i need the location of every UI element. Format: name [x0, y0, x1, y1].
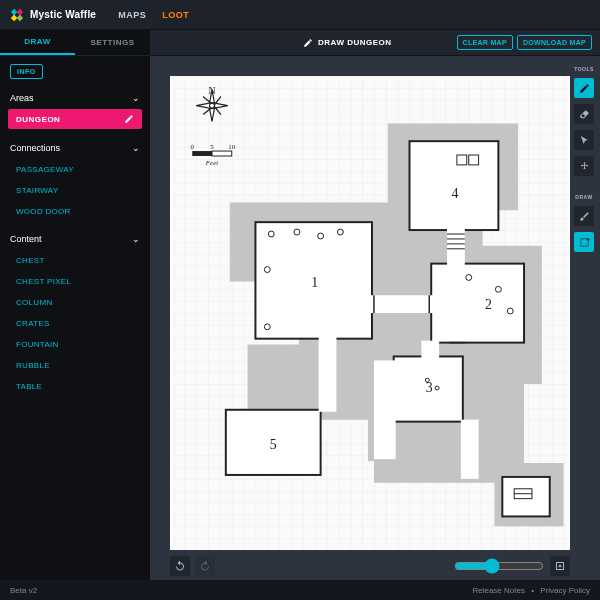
item-passageway[interactable]: PASSAGEWAY	[6, 159, 144, 180]
sidebar: DRAW SETTINGS INFO Areas ⌄ DUNGEON Conne…	[0, 30, 150, 580]
nav-loot[interactable]: LOOT	[154, 0, 197, 30]
canvas-body: 1 2 3 4 5 N	[150, 56, 600, 580]
room-label-1: 1	[311, 275, 318, 290]
canvas-area: DRAW DUNGEON CLEAR MAP DOWNLOAD MAP	[150, 30, 600, 580]
areas-title: Areas	[10, 93, 34, 103]
svg-text:10: 10	[228, 143, 235, 150]
item-crates[interactable]: CRATES	[6, 313, 144, 334]
item-column[interactable]: COLUMN	[6, 292, 144, 313]
bottom-bar	[170, 556, 570, 576]
svg-rect-1	[17, 8, 24, 15]
mode-label: DRAW DUNGEON	[318, 38, 392, 47]
footer: Beta v2 Release Notes • Privacy Policy	[0, 580, 600, 600]
svg-rect-17	[319, 337, 337, 412]
tab-settings[interactable]: SETTINGS	[75, 30, 150, 55]
fit-icon	[554, 560, 566, 572]
svg-rect-54	[580, 238, 587, 245]
svg-rect-0	[11, 8, 18, 15]
chevron-down-icon: ⌄	[132, 143, 140, 153]
area-dungeon-active[interactable]: DUNGEON	[8, 109, 142, 129]
tab-draw[interactable]: DRAW	[0, 30, 75, 55]
item-wood-door[interactable]: WOOD DOOR	[6, 201, 144, 222]
svg-rect-10	[431, 264, 524, 343]
tool-brush[interactable]	[574, 206, 594, 226]
app-name: Mystic Waffle	[30, 9, 96, 20]
brush-icon	[579, 211, 590, 222]
svg-rect-19	[461, 420, 479, 479]
zoom-slider[interactable]	[454, 558, 544, 574]
draw-label: DRAW	[574, 194, 594, 200]
cursor-icon	[579, 135, 590, 146]
content-items: CHEST CHEST PIXEL COLUMN CRATES FOUNTAIN…	[0, 250, 150, 403]
item-table[interactable]: TABLE	[6, 376, 144, 397]
room-label-4: 4	[451, 186, 458, 201]
svg-text:Feet: Feet	[205, 159, 219, 166]
redo-icon	[199, 560, 211, 572]
connections-title: Connections	[10, 143, 60, 153]
download-map-button[interactable]: DOWNLOAD MAP	[517, 35, 592, 50]
svg-text:0: 0	[191, 143, 195, 150]
tool-eraser[interactable]	[574, 104, 594, 124]
svg-rect-16	[421, 341, 439, 359]
content-title: Content	[10, 234, 42, 244]
svg-rect-18	[374, 360, 396, 459]
chevron-down-icon: ⌄	[132, 93, 140, 103]
svg-rect-2	[11, 14, 18, 21]
svg-text:5: 5	[210, 143, 214, 150]
zoom-control	[454, 556, 570, 576]
room-label-3: 3	[426, 380, 433, 395]
svg-rect-48	[192, 151, 212, 156]
rect-dashed-icon	[579, 237, 590, 248]
item-stairway[interactable]: STAIRWAY	[6, 180, 144, 201]
area-dungeon-label: DUNGEON	[16, 115, 60, 124]
svg-rect-49	[212, 151, 232, 156]
room-label-2: 2	[485, 297, 492, 312]
svg-rect-3	[17, 14, 24, 21]
tools-label: TOOLS	[574, 66, 594, 72]
section-content[interactable]: Content ⌄	[0, 228, 150, 250]
nav-maps[interactable]: MAPS	[110, 0, 154, 30]
map-svg: 1 2 3 4 5 N	[170, 76, 570, 550]
toolbox: TOOLS DRAW	[574, 66, 594, 252]
svg-rect-38	[457, 155, 467, 165]
tool-move[interactable]	[574, 156, 594, 176]
eraser-icon	[579, 109, 590, 120]
svg-point-56	[559, 565, 561, 567]
item-rubble[interactable]: RUBBLE	[6, 355, 144, 376]
top-nav: Mystic Waffle MAPS LOOT	[0, 0, 600, 30]
undo-button[interactable]	[170, 556, 190, 576]
item-fountain[interactable]: FOUNTAIN	[6, 334, 144, 355]
svg-point-47	[210, 103, 215, 108]
pencil-icon	[303, 38, 313, 48]
clear-map-button[interactable]: CLEAR MAP	[457, 35, 513, 50]
section-connections[interactable]: Connections ⌄	[0, 137, 150, 159]
chevron-down-icon: ⌄	[132, 234, 140, 244]
room-label-5: 5	[270, 437, 277, 452]
item-chest[interactable]: CHEST	[6, 250, 144, 271]
canvas-header: DRAW DUNGEON CLEAR MAP DOWNLOAD MAP	[150, 30, 600, 56]
dungeon-map[interactable]: 1 2 3 4 5 N	[170, 76, 570, 550]
zoom-fit-button[interactable]	[550, 556, 570, 576]
redo-button[interactable]	[195, 556, 215, 576]
pencil-icon	[124, 114, 134, 124]
privacy-link[interactable]: Privacy Policy	[540, 586, 590, 595]
sidebar-tabs: DRAW SETTINGS	[0, 30, 150, 56]
tool-select[interactable]	[574, 130, 594, 150]
app-logo[interactable]: Mystic Waffle	[10, 8, 96, 22]
tool-pencil[interactable]	[574, 78, 594, 98]
info-button[interactable]: INFO	[10, 64, 43, 79]
tool-rect[interactable]	[574, 232, 594, 252]
item-chest-pixel[interactable]: CHEST PIXEL	[6, 271, 144, 292]
undo-icon	[174, 560, 186, 572]
svg-rect-14	[370, 295, 433, 313]
pencil-icon	[579, 83, 590, 94]
svg-rect-39	[469, 155, 479, 165]
move-icon	[579, 161, 590, 172]
mode-indicator: DRAW DUNGEON	[303, 38, 392, 48]
section-areas[interactable]: Areas ⌄	[0, 87, 150, 109]
version-label: Beta v2	[10, 586, 37, 595]
logo-icon	[10, 8, 24, 22]
connections-items: PASSAGEWAY STAIRWAY WOOD DOOR	[0, 159, 150, 228]
release-notes-link[interactable]: Release Notes	[472, 586, 524, 595]
